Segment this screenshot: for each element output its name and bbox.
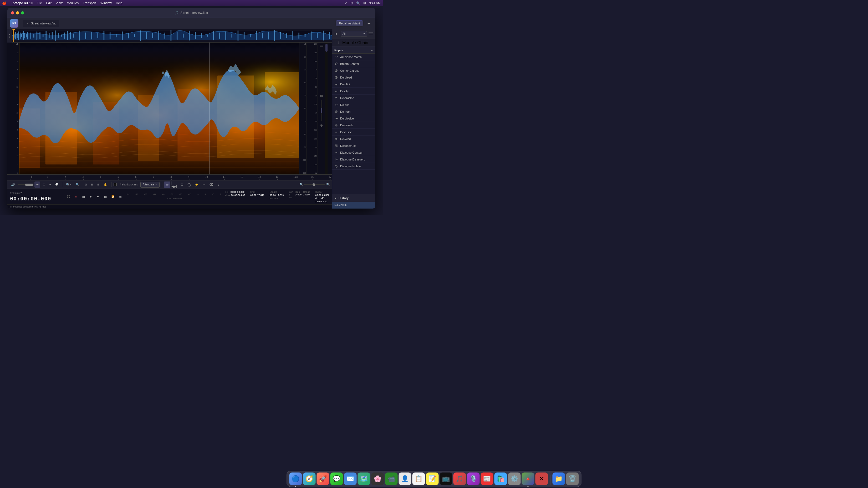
right-scales: dB -20 -30 -40 -50 -60 -70 -80 -90 -100 … [299,42,332,174]
spectrogram-canvas[interactable] [19,42,299,174]
transport-play[interactable]: ▶ [88,194,94,200]
module-item-de-reverb[interactable]: De-reverb [332,122,375,129]
transport-stop[interactable]: ⏹ [95,194,101,200]
time-select-button[interactable]: |◀▶| [172,182,178,188]
transport-record[interactable]: ● [73,194,79,200]
menubar-icon-4[interactable]: ⊞ [363,1,366,5]
harmonic-pencil-button[interactable]: ♪ [216,182,222,188]
instant-process-checkbox[interactable] [114,183,117,186]
module-item-de-click[interactable]: De-click [332,81,375,88]
menu-edit[interactable]: Edit [46,1,52,5]
eraser-tool-button[interactable]: ⌫ [208,182,215,188]
hand-tool-button[interactable]: ✋ [102,182,109,188]
zoom-time-button[interactable]: ⊞ [89,182,95,188]
module-chain-row[interactable]: ⋮⋮ Module Chain [332,39,375,47]
freq-select-button[interactable]: ⬡ [179,182,185,188]
spectrogram-area[interactable]: dB -2 -4 -6 -8 -10 -12 M -12 -10 -8 -6 -… [7,42,332,174]
select-tool-button[interactable]: ▭ [164,182,170,188]
app-name[interactable]: iZotope RX 10 [11,1,33,5]
waveform-overview-canvas[interactable] [12,29,332,42]
menu-modules[interactable]: Modules [67,1,79,5]
module-item-de-plosive[interactable]: De-plosive [332,115,375,122]
magic-wand-button[interactable]: ⚡ [193,182,200,188]
time-format-selector[interactable]: h:m:s.ms ▼ [10,192,63,194]
module-item-ambience-match[interactable]: Ambience Match [332,54,375,60]
panel-menu-button[interactable] [369,32,373,36]
module-item-deconstruct[interactable]: Deconstruct [332,142,375,149]
de-ess-icon [334,103,338,107]
svg-rect-21 [61,35,62,37]
transport-loop[interactable]: 🔁 [110,194,116,200]
monitor-button[interactable]: 🔊 [9,182,17,188]
zoom-level-slider[interactable] [304,184,325,185]
panel-play-button[interactable]: ▶ [334,32,339,36]
zoom-out-vertical[interactable]: ⊖ [320,123,323,127]
history-initial-state[interactable]: Initial State [332,202,375,208]
module-item-dialogue-contour[interactable]: Dialogue Contour [332,149,375,156]
svg-rect-6 [21,34,22,37]
menubar-icon-2[interactable]: ⊡ [350,1,353,5]
module-item-de-clip[interactable]: De-clip [332,88,375,95]
comment-button[interactable]: 💬 [54,182,60,188]
pencil-tool-button[interactable]: ✏ [201,182,207,188]
menu-transport[interactable]: Transport [83,1,96,5]
text-view-button[interactable]: ≡ [48,182,53,188]
maximize-button[interactable] [21,11,24,14]
close-button[interactable] [11,11,14,14]
module-item-de-bleed[interactable]: De-bleed [332,74,375,81]
spectrogram-view-button[interactable]: ⬡ [41,182,47,188]
module-item-de-ess[interactable]: De-ess [332,101,375,108]
minimize-button[interactable] [16,11,19,14]
module-item-de-hum[interactable]: De-hum [332,108,375,115]
svg-point-127 [337,104,338,104]
module-item-de-rustle[interactable]: De-rustle [332,129,375,135]
menu-help[interactable]: Help [116,1,123,5]
vertical-scrollbar[interactable] [325,42,328,174]
module-item-center-extract[interactable]: Center Extract [332,67,375,74]
zoom-in-button[interactable]: 🔍 + [64,182,73,188]
time-ruler: 0 1 2 3 4 5 6 [7,174,332,180]
svg-rect-35 [134,34,135,37]
transport-forward[interactable]: ⏭ [102,194,108,200]
history-header[interactable]: ▲ History [332,194,375,202]
zoom-slider-track[interactable] [18,184,33,185]
module-item-de-wind[interactable]: De-wind [332,135,375,142]
module-item-de-crackle[interactable]: De-crackle [332,95,375,101]
dialogue-isolate-icon [334,164,338,168]
high-value: 24000 [295,193,302,196]
zoom-sel-button[interactable]: ⊟ [96,182,101,188]
module-filter-dropdown[interactable]: All ▼ [341,31,367,37]
history-section: ▲ History Initial State [332,194,375,208]
back-nav-button[interactable]: ↩ [365,20,373,27]
attenuate-dropdown[interactable]: Attenuate ▼ [141,182,160,188]
lasso-tool-button[interactable]: ◯ [186,182,192,188]
zoom-fit-button[interactable]: ⊡ [83,182,88,188]
svg-rect-137 [337,146,337,147]
transport-headphones[interactable]: 🎧 [66,194,71,200]
menu-file[interactable]: File [37,1,42,5]
tab-close-icon[interactable]: ✕ [26,22,29,25]
menubar-icon-1[interactable]: ↙ [345,1,347,5]
transport-rewind[interactable]: ⏮ [81,194,86,200]
menu-view[interactable]: View [56,1,63,5]
vertical-scroll-track[interactable] [321,100,322,121]
module-item-breath-control[interactable]: Breath Control [332,60,375,67]
playhead[interactable] [13,29,14,42]
module-item-dialogue-de-reverb[interactable]: Dialogue De-reverb [332,156,375,163]
svg-rect-47 [207,35,208,37]
menu-window[interactable]: Window [100,1,112,5]
waveform-view-button[interactable]: 〜 [34,182,40,188]
module-item-dialogue-isolate[interactable]: Dialogue Isolate [332,163,375,170]
apple-menu[interactable]: 🍎 [2,1,6,5]
repair-section-header[interactable]: Repair ▲ [332,47,375,54]
repair-assistant-button[interactable]: Repair Assistant [336,21,363,26]
transport-controls: 🎧 ● ⏮ ▶ ⏹ ⏭ 🔁 ⏭ [66,194,123,200]
transport-end[interactable]: ⏭ [117,194,123,200]
zoom-out-button[interactable]: 🔍 - [74,182,82,188]
menubar-icon-3[interactable]: 🔍 [356,1,360,5]
file-tab[interactable]: ✕ Street Interview.flac [23,20,59,27]
zoom-in-vertical[interactable]: ⊕ [320,94,323,98]
svg-rect-17 [49,33,50,39]
overview-collapse-button[interactable]: ▲ ▼ [7,29,12,42]
panel-header: ▶ All ▼ [332,29,375,39]
